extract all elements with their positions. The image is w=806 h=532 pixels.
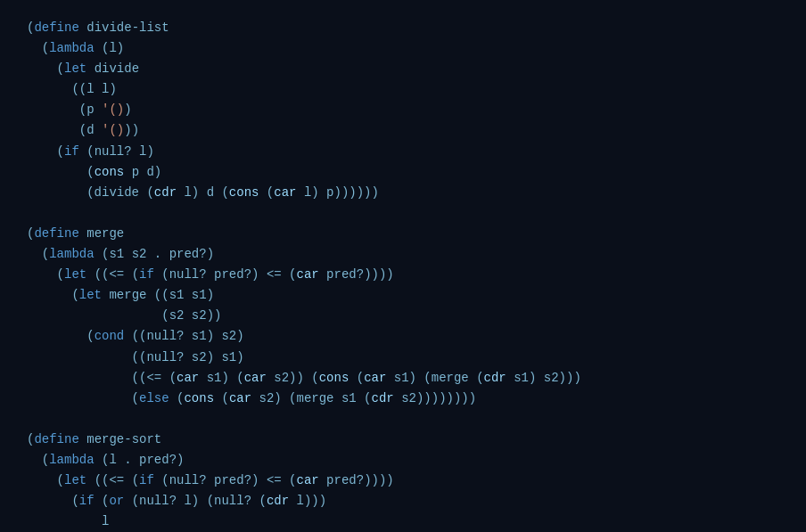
code-editor: (define divide-list (lambda (l) (let div…	[0, 0, 806, 532]
code-content: (define divide-list (lambda (l) (let div…	[27, 18, 779, 532]
